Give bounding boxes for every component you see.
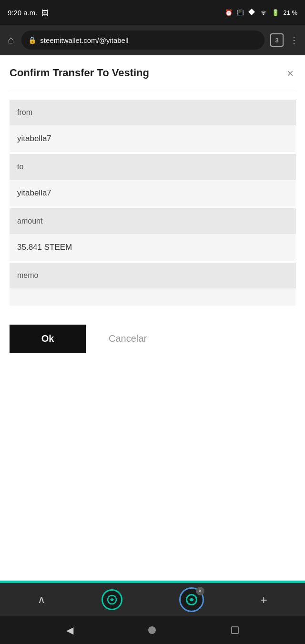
browser-bottom-nav: ∧ × + <box>0 583 305 616</box>
status-time: 9:20 a.m. <box>8 9 38 17</box>
page-content: Confirm Transfer To Vesting × from yitab… <box>0 55 305 580</box>
browser-bar: ⌂ 🔒 steemitwallet.com/@yitabell 3 ⋮ <box>0 25 305 55</box>
alarm-icon: ⏰ <box>225 9 233 16</box>
to-label: to <box>10 154 295 180</box>
battery-percent: 21 % <box>283 9 297 16</box>
svg-marker-0 <box>248 9 255 15</box>
from-value: yitabella7 <box>10 125 295 152</box>
status-bar: 9:20 a.m. 🖼 ⏰ 📳 🔋 21 % <box>0 0 305 25</box>
field-row-memo: memo <box>10 263 295 306</box>
dialog-title: Confirm Transfer To Vesting <box>10 67 149 79</box>
home-button[interactable]: ⌂ <box>6 32 16 48</box>
amount-label: amount <box>10 208 295 234</box>
memo-label: memo <box>10 263 295 288</box>
from-label: from <box>10 100 295 125</box>
dialog-header: Confirm Transfer To Vesting × <box>10 67 295 80</box>
signal-icon <box>248 8 255 17</box>
browser-menu-button[interactable]: ⋮ <box>289 34 299 46</box>
to-value: yitabella7 <box>10 180 295 206</box>
field-row-amount: amount 35.841 STEEM <box>10 208 295 261</box>
cancel-button[interactable]: Cancelar <box>101 329 154 348</box>
gallery-icon: 🖼 <box>41 9 49 17</box>
android-back-button[interactable]: ◀ <box>66 624 73 636</box>
android-recents-button[interactable] <box>231 626 239 634</box>
amount-value: 35.841 STEEM <box>10 234 295 261</box>
lock-icon: 🔒 <box>28 36 36 44</box>
scroll-up-button[interactable]: ∧ <box>38 593 45 606</box>
vibrate-icon: 📳 <box>236 9 244 16</box>
button-row: Ok Cancelar <box>10 325 295 353</box>
new-tab-button[interactable]: + <box>260 593 267 607</box>
close-button[interactable]: × <box>285 67 295 80</box>
form-fields: from yitabella7 to yitabella7 amount 35.… <box>10 100 295 306</box>
android-nav-bar: ◀ <box>0 616 305 644</box>
wifi-icon <box>259 9 268 17</box>
ok-button[interactable]: Ok <box>10 325 86 353</box>
field-row-to: to yitabella7 <box>10 154 295 206</box>
browser-nav-icon-2-active[interactable]: × <box>179 587 204 612</box>
url-text: steemitwallet.com/@yitabell <box>40 36 128 44</box>
android-home-button[interactable] <box>148 626 156 634</box>
battery-icon: 🔋 <box>272 9 279 16</box>
tab-count-badge[interactable]: 3 <box>270 33 284 47</box>
close-badge[interactable]: × <box>196 587 204 595</box>
field-row-from: from yitabella7 <box>10 100 295 152</box>
url-bar[interactable]: 🔒 steemitwallet.com/@yitabell <box>21 31 264 50</box>
browser-nav-icon-1[interactable] <box>102 589 122 610</box>
divider <box>10 88 295 88</box>
memo-value <box>10 288 295 306</box>
